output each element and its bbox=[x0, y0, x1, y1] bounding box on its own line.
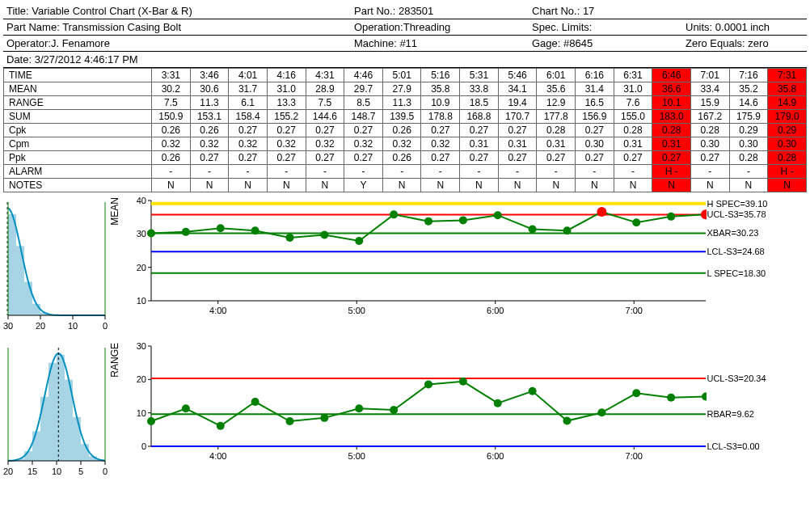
grid-cell: 0.27 bbox=[306, 124, 344, 137]
grid-cell: - bbox=[229, 165, 268, 179]
grid-row-label: SUM bbox=[4, 110, 152, 124]
grid-row-label: RANGE bbox=[4, 96, 152, 110]
grid-cell: 144.6 bbox=[306, 110, 344, 124]
mean-chart: 102030404:005:006:007:00 bbox=[127, 197, 707, 319]
svg-text:0: 0 bbox=[103, 467, 108, 476]
grid-cell: 0.27 bbox=[498, 124, 537, 137]
grid-cell: 14.6 bbox=[729, 96, 768, 110]
grid-cell: N bbox=[267, 179, 306, 192]
range-histogram: 05101520 bbox=[3, 343, 109, 482]
grid-row-time: TIME3:313:464:014:164:314:465:015:165:31… bbox=[4, 69, 807, 82]
grid-cell: 3:46 bbox=[190, 69, 229, 82]
grid-cell: H - bbox=[652, 165, 691, 179]
limit-label: UCL-S3=20.34 bbox=[707, 374, 766, 384]
svg-rect-8 bbox=[32, 304, 40, 315]
grid-cell: - bbox=[382, 165, 421, 179]
svg-point-114 bbox=[529, 387, 537, 395]
grid-cell: - bbox=[306, 165, 344, 179]
grid-row-label: TIME bbox=[4, 69, 152, 82]
grid-cell: N bbox=[576, 179, 614, 192]
svg-point-108 bbox=[321, 414, 329, 422]
grid-cell: 0.27 bbox=[190, 151, 229, 165]
grid-cell: - bbox=[267, 165, 306, 179]
grid-cell: - bbox=[614, 165, 652, 179]
grid-cell: N bbox=[690, 179, 729, 192]
partname-label: Part Name: bbox=[6, 21, 60, 33]
grid-row-label: ALARM bbox=[4, 165, 152, 179]
grid-cell: N bbox=[498, 179, 537, 192]
svg-rect-70 bbox=[49, 363, 57, 461]
grid-cell: 7.5 bbox=[306, 96, 344, 110]
grid-cell: 0.28 bbox=[652, 124, 691, 137]
grid-cell: H - bbox=[768, 165, 807, 179]
grid-cell: - bbox=[421, 165, 460, 179]
grid-cell: 150.9 bbox=[152, 110, 191, 124]
grid-cell: 0.32 bbox=[382, 137, 421, 151]
grid-cell: 6:01 bbox=[537, 69, 576, 82]
grid-row-alarm: ALARM-------------H ---H - bbox=[4, 165, 807, 179]
svg-rect-67 bbox=[73, 417, 81, 461]
grid-cell: 0.31 bbox=[614, 137, 652, 151]
grid-cell: 35.2 bbox=[729, 82, 768, 96]
grid-cell: 10.1 bbox=[652, 96, 691, 110]
svg-point-116 bbox=[598, 408, 606, 416]
data-grid: TIME3:313:464:014:164:314:465:015:165:31… bbox=[3, 68, 807, 192]
grid-cell: 31.4 bbox=[576, 82, 614, 96]
grid-row-notes: NOTESNNNNNYNNNNNNNNNNN bbox=[4, 179, 807, 192]
svg-text:6:00: 6:00 bbox=[487, 306, 504, 315]
grid-cell: 18.5 bbox=[460, 96, 499, 110]
svg-text:5:00: 5:00 bbox=[348, 306, 365, 315]
grid-cell: 0.26 bbox=[152, 151, 191, 165]
grid-cell: 0.27 bbox=[460, 124, 499, 137]
operation-value: Threading bbox=[403, 21, 451, 33]
limit-label: L SPEC=18.30 bbox=[707, 268, 766, 279]
svg-point-55 bbox=[701, 209, 707, 219]
grid-row-mean: MEAN30.230.631.731.028.929.727.935.833.8… bbox=[4, 82, 807, 96]
grid-row-label: Ppk bbox=[4, 151, 152, 165]
grid-cell: 5:46 bbox=[498, 69, 537, 82]
svg-point-50 bbox=[529, 226, 537, 234]
grid-row-cpk: Cpk0.260.260.270.270.270.270.260.270.270… bbox=[4, 124, 807, 137]
grid-cell: 0.28 bbox=[537, 124, 576, 137]
grid-cell: 0.31 bbox=[652, 137, 691, 151]
grid-cell: 6:16 bbox=[576, 69, 614, 82]
mean-limit-labels: H SPEC=39.10UCL-S3=35.78XBAR=30.23LCL-S3… bbox=[707, 197, 807, 319]
grid-cell: N bbox=[382, 179, 421, 192]
svg-point-53 bbox=[633, 218, 641, 226]
svg-text:30: 30 bbox=[137, 343, 146, 351]
svg-text:30: 30 bbox=[137, 229, 146, 239]
grid-cell: 155.0 bbox=[614, 110, 652, 124]
grid-cell: - bbox=[729, 165, 768, 179]
svg-point-110 bbox=[390, 406, 399, 414]
units-value: 0.0001 inch bbox=[715, 21, 770, 33]
grid-cell: 27.9 bbox=[382, 82, 421, 96]
chartno-label: Chart No.: bbox=[532, 5, 580, 17]
svg-point-42 bbox=[251, 226, 259, 234]
svg-rect-9 bbox=[24, 282, 32, 315]
svg-point-107 bbox=[286, 417, 294, 425]
grid-cell: 0.27 bbox=[614, 151, 652, 165]
grid-cell: 31.0 bbox=[614, 82, 652, 96]
partno-value: 283501 bbox=[399, 5, 433, 17]
grid-cell: 0.27 bbox=[306, 151, 344, 165]
svg-text:4:00: 4:00 bbox=[209, 306, 226, 315]
svg-point-40 bbox=[182, 228, 190, 236]
svg-text:7:00: 7:00 bbox=[626, 451, 643, 461]
svg-text:10: 10 bbox=[137, 296, 146, 306]
gage-value: #8645 bbox=[563, 37, 593, 49]
grid-cell: 11.3 bbox=[382, 96, 421, 110]
chartno-value: 17 bbox=[583, 5, 594, 17]
grid-cell: 0.28 bbox=[768, 151, 807, 165]
grid-cell: 168.8 bbox=[460, 110, 499, 124]
grid-row-label: Cpm bbox=[4, 137, 152, 151]
grid-cell: 0.27 bbox=[537, 151, 576, 165]
svg-point-103 bbox=[147, 417, 155, 425]
svg-point-46 bbox=[390, 210, 399, 218]
svg-text:20: 20 bbox=[137, 374, 146, 384]
grid-cell: 6:31 bbox=[614, 69, 652, 82]
grid-cell: 13.3 bbox=[267, 96, 306, 110]
svg-point-117 bbox=[633, 389, 641, 397]
grid-row-ppk: Ppk0.260.270.270.270.270.270.260.270.270… bbox=[4, 151, 807, 165]
svg-rect-69 bbox=[57, 355, 65, 461]
range-axis-title: RANGE bbox=[109, 343, 120, 378]
